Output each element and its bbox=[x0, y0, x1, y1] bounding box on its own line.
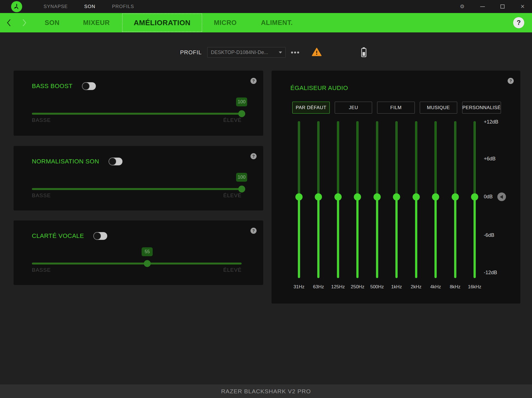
eq-band-2khz-thumb[interactable] bbox=[413, 193, 420, 201]
tab-profils[interactable]: PROFILS bbox=[112, 0, 134, 13]
eq-band-4khz-label: 4kHz bbox=[430, 284, 441, 290]
preset-jeu-button[interactable]: JEU bbox=[335, 102, 372, 114]
bass-boost-help-icon[interactable]: ? bbox=[250, 78, 257, 84]
normalisation-son-card: NORMALISATION SON ? 100 BASSE ÉLEVÉ bbox=[14, 146, 263, 210]
tab-son[interactable]: SON bbox=[84, 0, 95, 13]
normalisation-son-slider-track[interactable] bbox=[32, 188, 242, 190]
profile-more-button[interactable] bbox=[291, 47, 299, 58]
eq-band-250hz[interactable]: 250Hz bbox=[354, 121, 361, 278]
chevron-down-icon bbox=[279, 52, 282, 53]
eq-band-500hz-label: 500Hz bbox=[370, 284, 384, 290]
help-button[interactable]: ? bbox=[513, 17, 524, 28]
eq-band-63hz[interactable]: 63Hz bbox=[315, 121, 322, 278]
equalizer-panel: ? ÉGALISEUR AUDIO PAR DÉFAUT JEU FILM MU… bbox=[272, 71, 520, 304]
eq-band-1khz-label: 1kHz bbox=[391, 284, 402, 290]
profile-row: PROFIL DESKTOP-D1084NI-De... bbox=[0, 47, 532, 58]
eq-band-500hz-thumb[interactable] bbox=[374, 193, 381, 201]
eq-band-16khz[interactable]: 16kHz bbox=[471, 121, 478, 278]
clarte-vocale-value-badge: 55 bbox=[142, 247, 153, 256]
eq-band-250hz-thumb[interactable] bbox=[354, 193, 361, 201]
equalizer-presets: PAR DÉFAUT JEU FILM MUSIQUE PERSONNALISÉ bbox=[292, 102, 501, 114]
eq-band-2khz-label: 2kHz bbox=[411, 284, 421, 290]
eq-band-8khz-thumb[interactable] bbox=[452, 193, 459, 201]
sub-nav-bar: SON MIXEUR AMÉLIORATION MICRO ALIMENT. ? bbox=[0, 13, 532, 32]
eq-band-8khz-label: 8kHz bbox=[450, 284, 461, 290]
eq-band-500hz[interactable]: 500Hz bbox=[374, 121, 381, 278]
nav-tab-amelioration-label: AMÉLIORATION bbox=[134, 19, 191, 27]
preset-par-defaut-button[interactable]: PAR DÉFAUT bbox=[292, 102, 330, 114]
bass-boost-slider[interactable]: 100 bbox=[32, 71, 242, 136]
tab-synapse[interactable]: SYNAPSE bbox=[44, 0, 68, 13]
clarte-vocale-slider-thumb[interactable] bbox=[144, 260, 151, 267]
eq-band-250hz-label: 250Hz bbox=[351, 284, 364, 290]
eq-band-4khz-thumb[interactable] bbox=[432, 193, 439, 201]
clarte-vocale-slider-track[interactable] bbox=[32, 263, 242, 265]
bass-boost-slider-thumb[interactable] bbox=[238, 110, 245, 117]
equalizer-title: ÉGALISEUR AUDIO bbox=[290, 84, 348, 92]
preset-musique-button[interactable]: MUSIQUE bbox=[420, 102, 457, 114]
clarte-vocale-min-label: BASSE bbox=[32, 267, 51, 273]
razer-logo-icon[interactable] bbox=[11, 1, 22, 12]
eq-band-125hz[interactable]: 125Hz bbox=[334, 121, 342, 278]
bass-boost-max-label: ÉLEVÉ bbox=[223, 117, 242, 123]
eq-band-16khz-label: 16kHz bbox=[468, 284, 481, 290]
eq-band-31hz-thumb[interactable] bbox=[295, 193, 303, 201]
nav-tab-mixeur[interactable]: MIXEUR bbox=[83, 13, 110, 32]
normalisation-son-help-icon[interactable]: ? bbox=[250, 153, 257, 159]
clarte-vocale-max-label: ÉLEVÉ bbox=[223, 267, 242, 273]
close-button[interactable]: ✕ bbox=[517, 0, 528, 13]
bass-boost-min-label: BASSE bbox=[32, 117, 51, 123]
eq-band-16khz-thumb[interactable] bbox=[471, 193, 478, 201]
settings-gear-icon[interactable]: ⚙ bbox=[457, 0, 468, 13]
eq-band-125hz-label: 125Hz bbox=[331, 284, 345, 290]
bass-boost-slider-track[interactable] bbox=[32, 113, 242, 115]
eq-band-31hz[interactable]: 31Hz bbox=[295, 121, 303, 278]
eq-band-63hz-label: 63Hz bbox=[313, 284, 324, 290]
nav-tab-aliment[interactable]: ALIMENT. bbox=[261, 13, 293, 32]
nav-tab-amelioration[interactable]: AMÉLIORATION bbox=[122, 14, 202, 32]
eq-band-1khz-thumb[interactable] bbox=[393, 193, 400, 201]
nav-tab-micro[interactable]: MICRO bbox=[214, 13, 237, 32]
clarte-vocale-card: CLARTÉ VOCALE ? 55 BASSE ÉLEVÉ bbox=[14, 220, 263, 285]
back-chevron-icon[interactable] bbox=[3, 13, 14, 32]
eq-band-31hz-label: 31Hz bbox=[293, 284, 305, 290]
device-name: RAZER BLACKSHARK V2 PRO bbox=[221, 388, 311, 395]
db-label-zero: 0dB bbox=[484, 194, 493, 200]
profile-label: PROFIL bbox=[180, 47, 202, 58]
device-bar[interactable]: RAZER BLACKSHARK V2 PRO bbox=[0, 384, 532, 398]
normalisation-son-min-label: BASSE bbox=[32, 192, 51, 199]
bass-boost-value-badge: 100 bbox=[236, 97, 247, 106]
equalizer-bands: 31Hz 63Hz 125Hz 250Hz 500Hz 1kHz 2kHz 4 bbox=[295, 121, 478, 278]
warning-icon[interactable] bbox=[312, 47, 322, 58]
eq-reset-button[interactable] bbox=[497, 192, 506, 201]
preset-film-button[interactable]: FILM bbox=[377, 102, 415, 114]
forward-chevron-icon[interactable] bbox=[19, 13, 30, 32]
bass-boost-card: BASS BOOST ? 100 BASSE ÉLEVÉ bbox=[14, 71, 263, 136]
nav-tab-son[interactable]: SON bbox=[45, 13, 60, 32]
normalisation-son-max-label: ÉLEVÉ bbox=[223, 192, 242, 199]
profile-dropdown-value: DESKTOP-D1084NI-De... bbox=[211, 50, 277, 55]
equalizer-help-icon[interactable]: ? bbox=[508, 78, 514, 84]
db-label-plus6: +6dB bbox=[484, 156, 496, 162]
title-bar: SYNAPSE SON PROFILS ⚙ ✕ bbox=[0, 0, 532, 13]
db-label-minus6: -6dB bbox=[484, 232, 494, 238]
minimize-button[interactable] bbox=[477, 0, 488, 13]
profile-dropdown[interactable]: DESKTOP-D1084NI-De... bbox=[207, 47, 286, 58]
clarte-vocale-help-icon[interactable]: ? bbox=[250, 228, 257, 234]
eq-band-1khz[interactable]: 1kHz bbox=[393, 121, 400, 278]
eq-band-125hz-thumb[interactable] bbox=[334, 193, 342, 201]
maximize-button[interactable] bbox=[497, 0, 508, 13]
eq-band-8khz[interactable]: 8kHz bbox=[452, 121, 459, 278]
eq-band-63hz-thumb[interactable] bbox=[315, 193, 322, 201]
normalisation-son-slider[interactable]: 100 bbox=[32, 146, 242, 210]
db-label-minus12: -12dB bbox=[484, 270, 497, 276]
clarte-vocale-slider[interactable]: 55 bbox=[32, 220, 242, 285]
normalisation-son-value-badge: 100 bbox=[236, 173, 247, 182]
eq-band-4khz[interactable]: 4kHz bbox=[432, 121, 439, 278]
db-label-plus12: +12dB bbox=[484, 119, 498, 125]
eq-band-2khz[interactable]: 2kHz bbox=[413, 121, 420, 278]
triangle-left-icon bbox=[500, 195, 503, 199]
normalisation-son-slider-thumb[interactable] bbox=[238, 186, 245, 192]
battery-icon[interactable] bbox=[360, 47, 368, 59]
preset-personnalise-button[interactable]: PERSONNALISÉ bbox=[462, 102, 501, 114]
